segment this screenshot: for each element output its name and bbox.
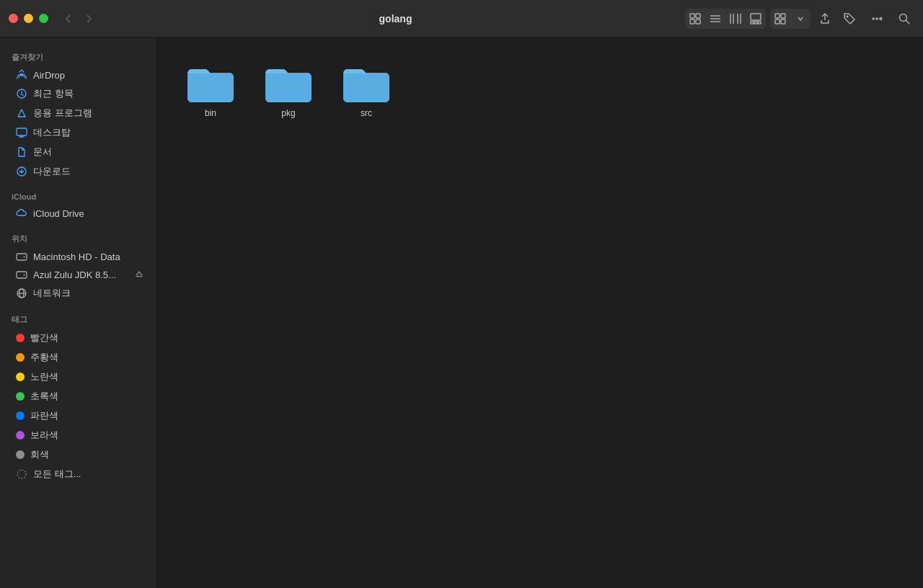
sidebar-item-icloud-drive-label: iCloud Drive — [33, 208, 84, 219]
svg-point-22 — [880, 17, 881, 19]
sidebar-item-red-label: 빨간색 — [30, 331, 58, 344]
apps-icon — [16, 107, 27, 119]
sidebar-item-gray[interactable]: 회색 — [4, 445, 152, 464]
sidebar-item-gray-label: 회색 — [30, 448, 49, 461]
folder-pkg-label: pkg — [281, 108, 295, 118]
svg-point-38 — [17, 470, 26, 478]
eject-icon[interactable] — [135, 270, 143, 280]
svg-rect-12 — [751, 22, 754, 24]
sidebar-item-downloads-label: 다운로드 — [33, 165, 71, 178]
search-button[interactable] — [894, 9, 914, 29]
green-tag-dot — [16, 392, 25, 401]
gray-tag-dot — [16, 450, 25, 459]
tag-button[interactable] — [839, 9, 860, 29]
tags-label: 태그 — [0, 308, 156, 328]
hd-icon — [16, 251, 27, 262]
sidebar-item-purple[interactable]: 보라색 — [4, 426, 152, 445]
folder-src-icon — [340, 61, 392, 104]
blue-tag-dot — [16, 411, 25, 420]
desktop-icon — [16, 127, 27, 138]
folder-pkg-icon — [262, 61, 314, 104]
sidebar-item-documents[interactable]: 문서 — [4, 143, 152, 161]
svg-rect-30 — [17, 254, 27, 260]
folder-bin[interactable]: bin — [175, 55, 247, 124]
more-button[interactable] — [864, 9, 890, 29]
svg-line-24 — [906, 20, 910, 24]
list-view-button[interactable] — [705, 9, 725, 29]
group-button[interactable] — [770, 9, 790, 29]
svg-rect-13 — [754, 22, 757, 24]
sidebar-item-green[interactable]: 초록색 — [4, 387, 152, 406]
downloads-icon — [16, 166, 27, 177]
svg-point-31 — [24, 257, 25, 258]
icon-view-button[interactable] — [685, 9, 705, 29]
sidebar-item-downloads[interactable]: 다운로드 — [4, 162, 152, 181]
sidebar-item-desktop-label: 데스크탑 — [33, 126, 71, 139]
svg-rect-16 — [781, 14, 785, 18]
forward-button[interactable] — [80, 10, 97, 27]
back-button[interactable] — [60, 10, 77, 27]
sidebar-item-green-label: 초록색 — [30, 390, 58, 403]
gallery-view-button[interactable] — [746, 9, 766, 29]
folder-src[interactable]: src — [330, 55, 402, 124]
close-button[interactable] — [9, 14, 18, 23]
svg-rect-17 — [775, 19, 780, 24]
svg-rect-14 — [758, 22, 761, 24]
airdrop-icon — [16, 69, 27, 81]
purple-tag-dot — [16, 431, 25, 440]
sidebar-item-all-tags-label: 모든 태그... — [33, 468, 81, 481]
toolbar-right — [685, 9, 914, 29]
sidebar-item-blue[interactable]: 파란색 — [4, 406, 152, 425]
group-view-group — [770, 9, 811, 29]
sidebar-item-azul-zulu[interactable]: Azul Zulu JDK 8.5... — [4, 266, 152, 283]
sidebar-item-desktop[interactable]: 데스크탑 — [4, 123, 152, 142]
titlebar: golang — [0, 0, 923, 37]
minimize-button[interactable] — [24, 14, 33, 23]
svg-rect-26 — [17, 128, 27, 135]
sidebar-item-macintosh-hd-label: Macintosh HD - Data — [33, 251, 120, 262]
sidebar-item-recents[interactable]: 최근 항목 — [4, 84, 152, 103]
sidebar-item-red[interactable]: 빨간색 — [4, 329, 152, 347]
sidebar-item-network-label: 네트워크 — [33, 287, 71, 300]
main-area: 즐겨찾기 AirDrop 최근 항목 — [0, 37, 923, 588]
azul-zulu-icon — [16, 269, 27, 280]
sidebar-item-orange[interactable]: 주황색 — [4, 348, 152, 367]
sidebar-item-azul-zulu-label: Azul Zulu JDK 8.5... — [33, 270, 116, 280]
sidebar-item-purple-label: 보라색 — [30, 429, 58, 442]
sidebar-item-applications[interactable]: 응용 프로그램 — [4, 104, 152, 122]
svg-rect-0 — [690, 14, 694, 18]
sidebar-item-blue-label: 파란색 — [30, 409, 58, 422]
folder-bin-label: bin — [205, 108, 216, 118]
sidebar-item-orange-label: 주황색 — [30, 351, 58, 364]
sidebar-item-documents-label: 문서 — [33, 146, 52, 159]
column-view-button[interactable] — [725, 9, 746, 29]
documents-icon — [16, 146, 27, 158]
sidebar-item-icloud-drive[interactable]: iCloud Drive — [4, 205, 152, 222]
sidebar-item-network[interactable]: 네트워크 — [4, 284, 152, 303]
window-title: golang — [106, 13, 685, 24]
orange-tag-dot — [16, 353, 25, 362]
yellow-tag-dot — [16, 373, 25, 381]
sidebar-item-all-tags[interactable]: 모든 태그... — [4, 465, 152, 484]
svg-rect-15 — [775, 14, 780, 18]
svg-rect-2 — [690, 19, 694, 24]
svg-rect-32 — [17, 272, 27, 278]
sidebar-item-macintosh-hd[interactable]: Macintosh HD - Data — [4, 248, 152, 265]
icloud-icon — [16, 208, 27, 219]
icloud-label: iCloud — [0, 187, 156, 204]
nav-buttons — [60, 10, 97, 27]
share-button[interactable] — [815, 9, 835, 29]
svg-rect-1 — [696, 14, 700, 18]
folder-src-label: src — [361, 108, 372, 118]
favorites-label: 즐겨찾기 — [0, 46, 156, 66]
sidebar-item-airdrop[interactable]: AirDrop — [4, 66, 152, 84]
svg-rect-18 — [781, 19, 785, 24]
maximize-button[interactable] — [39, 14, 48, 23]
svg-rect-11 — [751, 14, 761, 20]
content-area: bin pkg src — [157, 37, 923, 588]
folder-pkg[interactable]: pkg — [252, 55, 324, 124]
group-chevron-button[interactable] — [790, 9, 811, 29]
sidebar-item-yellow[interactable]: 노란색 — [4, 368, 152, 386]
svg-point-21 — [876, 17, 878, 19]
svg-rect-3 — [696, 19, 700, 24]
